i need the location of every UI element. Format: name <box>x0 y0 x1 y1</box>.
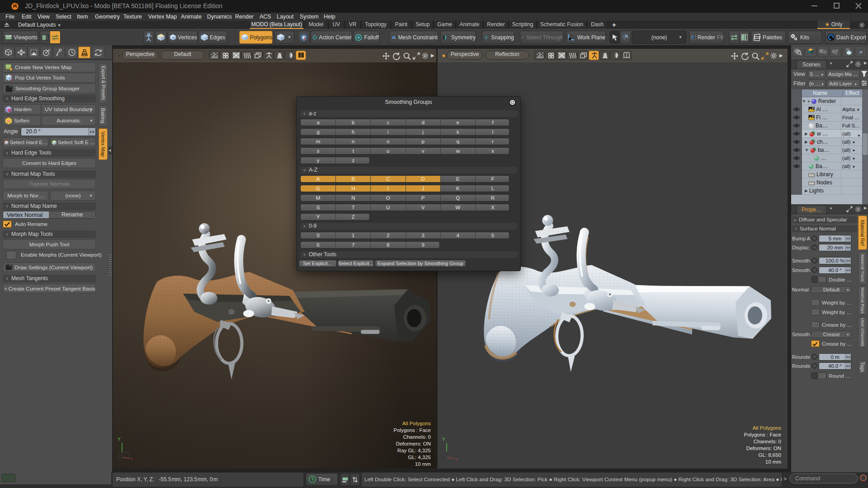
svg-text:x: x <box>456 457 458 460</box>
svg-text:Y: Y <box>118 437 121 442</box>
svg-text:Y: Y <box>442 437 445 442</box>
svg-text:x: x <box>131 457 133 460</box>
